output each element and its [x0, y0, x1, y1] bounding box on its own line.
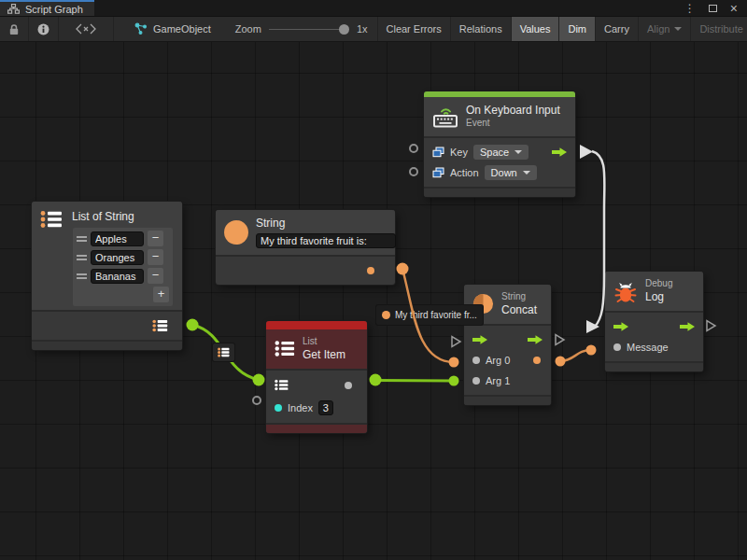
- list-icon: [275, 379, 289, 391]
- string-output-dot[interactable]: [367, 267, 374, 274]
- node-subtitle: Event: [466, 118, 560, 130]
- distribute-button[interactable]: Distribute: [690, 17, 747, 41]
- list-output-row: [32, 315, 182, 336]
- zoom-value: 1x: [357, 23, 368, 35]
- graph-target[interactable]: GameObject: [134, 17, 211, 41]
- list-icon: [275, 340, 295, 357]
- message-port-row: Message: [605, 337, 703, 357]
- dim-toggle-button[interactable]: Dim: [558, 17, 595, 41]
- node-footer: [424, 187, 575, 197]
- node-footer: [464, 395, 551, 405]
- string-output-port[interactable]: [397, 263, 409, 275]
- code-icon: [76, 23, 96, 35]
- getitem-index-port[interactable]: [252, 396, 261, 405]
- arg1-input-dot[interactable]: [472, 377, 480, 385]
- action-dropdown[interactable]: Down: [485, 165, 537, 180]
- arg0-input-dot[interactable]: [472, 357, 480, 364]
- flow-row: [464, 329, 551, 350]
- flow-input-arrow-icon[interactable]: [472, 335, 487, 344]
- flow-output-arrow-icon[interactable]: [680, 322, 695, 331]
- getitem-output-port[interactable]: [370, 374, 382, 386]
- list-item-row: −: [77, 231, 169, 246]
- wire-keyboard-to-log[interactable]: [592, 151, 604, 327]
- node-body: Index: [266, 369, 367, 423]
- keyboard-key-port[interactable]: [409, 144, 418, 153]
- log-flow-output-port[interactable]: [707, 321, 715, 331]
- node-header: List Get Item: [266, 329, 367, 369]
- node-title: On Keyboard Input: [466, 104, 560, 118]
- list-output-port[interactable]: [187, 319, 199, 331]
- list-item-row: −: [77, 268, 169, 284]
- list-item-input[interactable]: [91, 250, 144, 265]
- node-body: Message: [605, 311, 703, 361]
- wire-start-arrowhead-icon: [580, 145, 593, 159]
- graph-canvas[interactable]: On Keyboard Input Event Key Space: [0, 42, 747, 560]
- remove-item-button[interactable]: −: [148, 268, 163, 284]
- values-toggle-button[interactable]: Values: [511, 17, 559, 41]
- index-port-row: Index: [266, 397, 367, 419]
- zoom-label: Zoom: [235, 23, 261, 35]
- maximize-icon[interactable]: [709, 5, 717, 12]
- drag-handle-icon[interactable]: [77, 236, 87, 242]
- close-icon[interactable]: ×: [730, 2, 738, 15]
- remove-item-button[interactable]: −: [148, 249, 163, 265]
- list-item-input[interactable]: [91, 269, 144, 284]
- lock-button[interactable]: [0, 17, 29, 41]
- list-icon: [218, 347, 230, 357]
- graph-toolbar: GameObject Zoom 1x Clear Errors Relation…: [0, 17, 747, 42]
- arg1-label: Arg 1: [486, 375, 510, 386]
- tab-script-graph[interactable]: Script Graph: [0, 0, 94, 16]
- distribute-label: Distribute: [699, 23, 742, 35]
- kebab-menu-icon[interactable]: ⋮: [684, 3, 696, 14]
- index-input[interactable]: [318, 400, 333, 415]
- message-input-dot[interactable]: [613, 343, 621, 351]
- list-editor: − − − +: [73, 228, 173, 306]
- flow-input-arrow-icon[interactable]: [613, 322, 628, 331]
- drag-handle-icon[interactable]: [77, 273, 87, 279]
- node-get-item[interactable]: List Get Item Index: [266, 321, 367, 433]
- graph-variable-icon: [432, 147, 444, 158]
- concat-arg0-port[interactable]: [449, 357, 459, 368]
- node-debug-log[interactable]: Debug Log Message: [605, 272, 703, 371]
- flow-output-arrow-icon[interactable]: [552, 147, 567, 157]
- index-label: Index: [288, 402, 313, 413]
- concat-arg1-port[interactable]: [449, 376, 459, 386]
- list-item-row: −: [77, 249, 169, 265]
- flow-output-arrow-icon[interactable]: [528, 335, 543, 344]
- action-value: Down: [491, 167, 517, 178]
- key-port-row: Key Space: [424, 142, 575, 162]
- list-item-input[interactable]: [91, 231, 144, 246]
- relations-button[interactable]: Relations: [450, 17, 511, 41]
- code-view-button[interactable]: [59, 17, 114, 41]
- wire-getitem-to-concat-arg1[interactable]: [375, 381, 454, 382]
- zoom-slider[interactable]: [269, 23, 349, 35]
- string-value-input[interactable]: [256, 233, 396, 248]
- node-concat[interactable]: String Concat Arg 0 Arg 1: [464, 285, 551, 405]
- node-list-of-string[interactable]: List of String − − −: [32, 202, 182, 350]
- concat-flow-input-port[interactable]: [452, 337, 460, 347]
- info-button[interactable]: [29, 17, 59, 41]
- remove-item-button[interactable]: −: [148, 231, 163, 246]
- add-item-button[interactable]: +: [153, 287, 169, 302]
- flow-row: [605, 316, 703, 337]
- align-button[interactable]: Align: [638, 17, 690, 41]
- title-bar: Script Graph ⋮ ×: [0, 0, 747, 17]
- node-on-keyboard-input[interactable]: On Keyboard Input Event Key Space: [424, 91, 575, 197]
- log-message-port[interactable]: [586, 345, 597, 356]
- keyboard-action-port[interactable]: [409, 167, 418, 176]
- key-dropdown[interactable]: Space: [473, 145, 529, 160]
- getitem-list-input-port[interactable]: [253, 374, 265, 386]
- carry-button[interactable]: Carry: [595, 17, 638, 41]
- key-label: Key: [450, 147, 468, 158]
- item-output-dot[interactable]: [345, 382, 352, 389]
- concat-output-dot[interactable]: [533, 357, 541, 364]
- concat-flow-output-port[interactable]: [556, 335, 564, 345]
- zoom-slider-thumb[interactable]: [339, 24, 349, 35]
- drag-handle-icon[interactable]: [77, 255, 87, 260]
- node-string-literal[interactable]: String: [216, 210, 395, 285]
- wire-value-list-preview: [213, 343, 234, 361]
- clear-errors-button[interactable]: Clear Errors: [377, 17, 450, 41]
- concat-output-port[interactable]: [556, 357, 566, 367]
- message-label: Message: [627, 342, 669, 353]
- index-input-dot[interactable]: [275, 404, 282, 412]
